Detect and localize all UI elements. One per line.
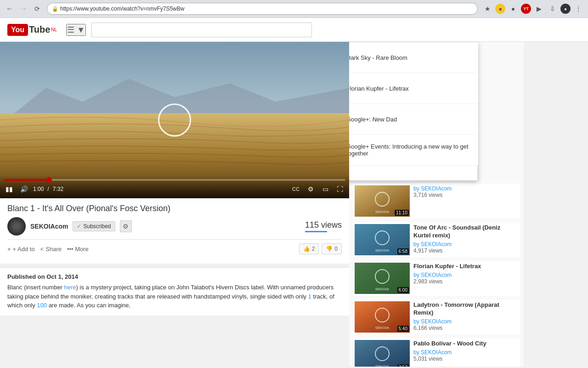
address-bar[interactable]: 🔒 https://www.youtube.com/watch?v=nmvFy7…	[47, 3, 478, 15]
video-info: Blanc 1 - It's All Over (Pional's Fosc V…	[0, 198, 349, 264]
sidebar-title-3: Ladytron - Tomorrow (Apparat Remix)	[413, 301, 518, 317]
sidebar-duration-4: 7:57	[397, 364, 409, 367]
sidebar-duration-2: 6:00	[397, 287, 409, 293]
channel-avatar[interactable]	[7, 217, 26, 236]
description-text: Blanc (insert number here) is a mystery …	[7, 283, 342, 310]
sidebar-views-2: 2,983 views	[413, 278, 518, 285]
dropdown-right: SEKOIA Dark Sky - Rare Bloom SEKOIA	[349, 42, 478, 166]
more-button[interactable]: ••• More	[67, 246, 89, 253]
sidebar-video-3[interactable]: SEKOIA 5:40 Ladytron - Tomorrow (Apparat…	[353, 299, 520, 334]
svg-rect-37	[355, 340, 410, 367]
back-button[interactable]: ←	[4, 3, 16, 15]
extension-icon-3[interactable]: YT	[521, 4, 531, 14]
fullscreen-button[interactable]: ⛶	[334, 184, 345, 195]
url-text: https://www.youtube.com/watch?v=nmvFy7S5…	[60, 6, 184, 12]
video-section: ▮▮ 🔊 1:00 / 7:32 CC ⚙ ▭ ⛶	[0, 42, 349, 367]
sidebar-info-4: Pablo Bolivar - Wood City by SEKOIAcom 5…	[413, 340, 518, 367]
sidebar-title-2: Florian Kupfer - Lifetrax	[413, 263, 518, 270]
reload-button[interactable]: ⟳	[31, 3, 43, 15]
sidebar-channel-first: by SEKOIAcom	[413, 185, 518, 192]
sidebar-info-2: Florian Kupfer - Lifetrax by SEKOIAcom 2…	[413, 263, 518, 294]
progress-fill	[4, 179, 50, 181]
cc-button[interactable]: CC	[290, 184, 301, 195]
sidebar-title-4: Pablo Bolivar - Wood City	[413, 340, 518, 348]
yt-logo-red: You	[7, 24, 28, 36]
thumbs-up-icon: 👍	[303, 246, 310, 252]
add-to-button[interactable]: + + Add to	[7, 246, 35, 253]
video-player[interactable]: ▮▮ 🔊 1:00 / 7:32 CC ⚙ ▭ ⛶	[0, 42, 349, 198]
page: You Tube NL ☰ ▼	[0, 18, 588, 367]
nav-buttons: ← → ⟳	[4, 3, 43, 15]
menu-icon[interactable]: ⋮	[572, 3, 584, 15]
svg-text:SEKOIA: SEKOIA	[375, 364, 390, 367]
search-input[interactable]	[91, 23, 312, 37]
sidebar-video-1[interactable]: SEKOIA 6:58 Tone Of Arc - Soundsail (Den…	[353, 222, 520, 257]
desc-link-here[interactable]: here	[64, 284, 76, 291]
like-button[interactable]: 👍 2	[299, 243, 319, 254]
views-count: 115 views	[305, 220, 342, 230]
dislike-button[interactable]: 👎 0	[322, 243, 342, 254]
ctrl-right: CC ⚙ ▭ ⛶	[290, 184, 345, 195]
browser-icons: ★ ■ ● YT ▶ ⇩ ● ⋮	[481, 3, 584, 15]
subscribed-label: Subscribed	[83, 223, 111, 230]
dropdown-overlay: SEKOIA ▶ Blanc 1 - It's All Over (Pional…	[349, 42, 478, 181]
progress-bar[interactable]	[4, 179, 345, 181]
extension-icon-4[interactable]: ▶	[533, 3, 545, 15]
browser-toolbar: ← → ⟳ 🔒 https://www.youtube.com/watch?v=…	[0, 0, 588, 17]
subscribed-button[interactable]: ✓ Subscribed	[73, 221, 115, 231]
sidebar-channel-2: by SEKOIAcom	[413, 272, 518, 278]
sidebar-thumb-2: SEKOIA 6:00	[355, 263, 410, 294]
sidebar-thumb-3: SEKOIA 5:40	[355, 301, 410, 333]
right-title-3: Google+: New Dad	[349, 116, 397, 123]
svg-text:SEKOIA: SEKOIA	[375, 248, 390, 253]
share-icon: <	[40, 246, 44, 253]
sidebar-video-4[interactable]: SEKOIA 7:57 Pablo Bolivar - Wood City by…	[353, 338, 520, 367]
extension-icon-5[interactable]: ⇩	[547, 3, 559, 15]
total-time: 7:32	[53, 186, 63, 192]
play-circle	[158, 104, 191, 137]
sidebar-thumb-svg-4: SEKOIA	[355, 340, 410, 367]
plus-icon: +	[7, 246, 11, 253]
extension-icon-2[interactable]: ●	[507, 3, 519, 15]
extension-icon-1[interactable]: ■	[495, 4, 505, 14]
svg-text:SEKOIA: SEKOIA	[375, 210, 390, 214]
bookmark-star-icon[interactable]: ★	[481, 3, 493, 15]
sidebar-channel-3: by SEKOIAcom	[413, 318, 518, 325]
sidebar-duration-3: 5:40	[397, 326, 409, 332]
controls-row: ▮▮ 🔊 1:00 / 7:32 CC ⚙ ▭ ⛶	[4, 184, 345, 195]
right-title-1: Dark Sky - Rare Bloom	[349, 54, 407, 61]
svg-text:SEKOIA: SEKOIA	[375, 287, 390, 291]
ssl-lock-icon: 🔒	[52, 6, 58, 12]
sidebar-duration-1: 6:58	[397, 248, 409, 254]
like-section: 👍 2 👎 0	[299, 243, 342, 254]
pause-button[interactable]: ▮▮	[4, 184, 15, 195]
progress-dot	[46, 177, 52, 183]
sidebar-views-1: 4,917 views	[413, 247, 518, 254]
svg-text:SEKOIA: SEKOIA	[375, 326, 390, 330]
yt-logo-tube: Tube	[29, 24, 50, 35]
subscription-settings-button[interactable]: ⚙	[120, 220, 132, 232]
sidebar-video-first[interactable]: SEKOIA 11:10 by SEKOIAcom 3,716 views	[353, 184, 520, 218]
share-label: Share	[45, 246, 62, 253]
time-separator: /	[47, 186, 49, 192]
profile-icon[interactable]: ●	[560, 4, 571, 14]
sidebar-views-3: 6,166 views	[413, 325, 518, 331]
forward-button[interactable]: →	[17, 3, 29, 15]
time-display: 1:00	[33, 186, 44, 192]
description-section: Published on Oct 1, 2014 Blanc (insert n…	[0, 267, 349, 316]
volume-button[interactable]: 🔊	[18, 184, 29, 195]
dropdown-right-item-2[interactable]: SEKOIA Florian Kupfer - Lifetrax	[349, 73, 478, 104]
dropdown-right-item-4[interactable]: Google+ Events: Introducing a new way to…	[349, 135, 478, 166]
share-button[interactable]: < Share	[40, 246, 62, 253]
sidebar: SEKOIA ▶ Blanc 1 - It's All Over (Pional…	[349, 42, 524, 367]
sidebar-video-2[interactable]: SEKOIA 6:00 Florian Kupfer - Lifetrax by…	[353, 261, 520, 296]
sidebar-thumb-4: SEKOIA 7:57	[355, 340, 410, 367]
channel-left: SEKOIAcom ✓ Subscribed ⚙	[7, 217, 132, 236]
sidebar-info-3: Ladytron - Tomorrow (Apparat Remix) by S…	[413, 301, 518, 333]
sidebar-channel-4: by SEKOIAcom	[413, 349, 518, 356]
dropdown-right-item-1[interactable]: SEKOIA Dark Sky - Rare Bloom	[349, 42, 478, 73]
dropdown-right-item-3[interactable]: Google+: New Dad	[349, 104, 478, 135]
settings-button[interactable]: ⚙	[305, 184, 316, 195]
theater-button[interactable]: ▭	[320, 184, 331, 195]
hamburger-menu[interactable]: ☰ ▼	[66, 24, 86, 36]
